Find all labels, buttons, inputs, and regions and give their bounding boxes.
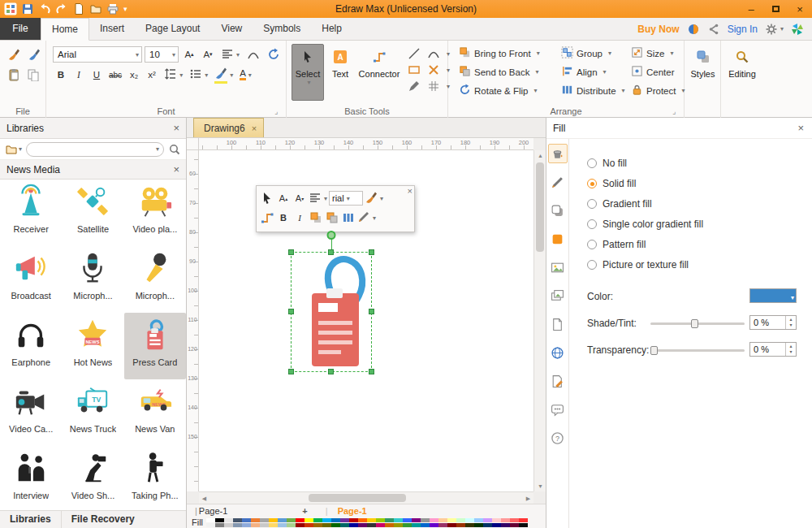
library-item-video-pla-[interactable]: Video pla... xyxy=(124,180,186,246)
minimize-button[interactable]: – xyxy=(739,0,763,18)
mini-distribute-icon[interactable] xyxy=(341,210,356,226)
rotate-flip-button[interactable]: Rotate & Flip▾ xyxy=(455,82,554,99)
pinwheel-icon[interactable] xyxy=(791,23,804,36)
delete-tool-icon[interactable] xyxy=(425,63,443,77)
radio-icon[interactable] xyxy=(587,260,597,270)
italic-button[interactable]: I xyxy=(71,67,87,83)
radio-icon[interactable] xyxy=(587,158,597,168)
library-item-hot-news[interactable]: NEWSHot News xyxy=(62,313,123,379)
tab-libraries[interactable]: Libraries xyxy=(0,511,62,528)
close-icon[interactable]: × xyxy=(252,123,257,133)
resize-handle-s[interactable] xyxy=(328,369,334,374)
palette-swatch[interactable] xyxy=(421,518,430,522)
gear-dropdown-icon[interactable]: ▾ xyxy=(780,25,784,32)
paste-icon[interactable] xyxy=(5,67,23,83)
font-size-combo[interactable]: 10▾ xyxy=(145,46,179,63)
resize-handle-ne[interactable] xyxy=(369,249,374,255)
vertical-scroll-thumb[interactable] xyxy=(536,162,544,252)
size-button[interactable]: Size▾ xyxy=(627,45,682,62)
text-arc-icon[interactable] xyxy=(244,46,262,63)
radio-icon[interactable] xyxy=(587,240,597,249)
distribute-button[interactable]: Distribute▾ xyxy=(557,82,627,99)
comment-panel-icon[interactable] xyxy=(548,400,568,419)
palette-swatch[interactable] xyxy=(269,523,278,527)
transparency-slider-thumb[interactable] xyxy=(650,346,658,355)
mini-bring-front-icon[interactable] xyxy=(309,210,323,226)
line-style-panel-icon[interactable] xyxy=(548,172,568,192)
select-tool-button[interactable]: Select ▾ xyxy=(292,44,324,101)
buy-now-link[interactable]: Buy Now xyxy=(637,24,679,35)
palette-swatch[interactable] xyxy=(322,523,331,527)
transparency-spinner[interactable]: 0 % ▴▾ xyxy=(749,342,797,357)
palette-swatch[interactable] xyxy=(483,518,492,522)
palette-swatch[interactable] xyxy=(492,518,501,522)
radio-icon[interactable] xyxy=(587,219,597,229)
mini-send-back-icon[interactable] xyxy=(325,210,339,226)
superscript-button[interactable]: x² xyxy=(144,67,160,83)
palette-swatch[interactable] xyxy=(519,523,528,527)
palette-swatch[interactable] xyxy=(447,523,456,527)
scroll-left-icon[interactable]: ◀ xyxy=(199,492,209,504)
library-item-microph-[interactable]: Microph... xyxy=(124,246,186,313)
close-icon[interactable]: × xyxy=(797,122,804,134)
add-page-button[interactable]: + xyxy=(302,506,307,516)
mini-italic-button[interactable]: I xyxy=(292,210,307,226)
palette-swatch[interactable] xyxy=(313,518,322,522)
active-page-tab[interactable]: Page-1 xyxy=(338,506,367,516)
library-item-news-truck[interactable]: TVNews Truck xyxy=(62,379,123,446)
palette-swatch[interactable] xyxy=(242,518,251,522)
library-item-microph-[interactable]: Microph... xyxy=(62,246,123,313)
palette-swatch[interactable] xyxy=(296,518,304,522)
font-color-button[interactable]: A▾ xyxy=(237,67,254,83)
new-document-icon[interactable] xyxy=(72,2,85,15)
shade-spinner[interactable]: 0 % ▴▾ xyxy=(749,315,797,330)
search-input[interactable]: ▾ xyxy=(26,142,164,157)
palette-swatch[interactable] xyxy=(224,518,233,522)
resize-handle-w[interactable] xyxy=(288,309,294,314)
palette-swatch[interactable] xyxy=(260,518,269,522)
library-item-interview[interactable]: Interview xyxy=(0,446,62,510)
line-tool-icon[interactable] xyxy=(405,46,423,61)
text-tool-button[interactable]: A Text xyxy=(326,44,355,101)
shade-slider-thumb[interactable] xyxy=(691,319,698,328)
mini-connector-icon[interactable] xyxy=(260,210,274,226)
palette-swatch[interactable] xyxy=(358,523,367,527)
mini-format-painter[interactable]: ▾ xyxy=(365,190,383,206)
palette-swatch[interactable] xyxy=(501,523,510,527)
palette-swatch[interactable] xyxy=(376,518,385,522)
mini-bold-button[interactable]: B xyxy=(276,210,291,226)
print-icon[interactable] xyxy=(106,2,119,15)
qat-dropdown-icon[interactable]: ▾ xyxy=(123,5,127,13)
fill-option-single-color-gradient-fill[interactable]: Single color gradient fill xyxy=(587,218,703,231)
mini-align-button[interactable]: ▾ xyxy=(309,190,327,206)
gear-icon[interactable] xyxy=(765,23,778,36)
palette-swatch[interactable] xyxy=(287,518,296,522)
menu-tab-symbols[interactable]: Symbols xyxy=(253,18,311,40)
menu-tab-view[interactable]: View xyxy=(210,18,253,40)
palette-swatch[interactable] xyxy=(376,523,385,527)
palette-swatch[interactable] xyxy=(278,523,287,527)
palette-swatch[interactable] xyxy=(394,523,403,527)
quick-color-panel-icon[interactable] xyxy=(548,229,568,249)
palette-swatch[interactable] xyxy=(206,518,215,522)
open-icon[interactable] xyxy=(89,2,102,15)
pen-tool-icon[interactable] xyxy=(405,79,423,93)
editing-button[interactable]: Editing xyxy=(724,44,760,101)
tab-file-recovery[interactable]: File Recovery xyxy=(62,511,145,528)
sign-in-link[interactable]: Sign In xyxy=(728,24,758,35)
press-card-shape[interactable] xyxy=(292,253,373,373)
palette-swatch[interactable] xyxy=(510,523,519,527)
library-item-broadcast[interactable]: Broadcast xyxy=(0,246,62,313)
palette-swatch[interactable] xyxy=(331,523,340,527)
palette-swatch[interactable] xyxy=(474,518,483,522)
menu-tab-insert[interactable]: Insert xyxy=(89,18,135,40)
picture-panel-icon[interactable] xyxy=(548,258,568,277)
palette-swatch[interactable] xyxy=(251,518,260,522)
highlight-color-button[interactable]: ▾ xyxy=(212,67,235,83)
fill-option-gradient-fill[interactable]: Gradient fill xyxy=(587,197,652,210)
mini-increase-font[interactable]: A▴ xyxy=(276,190,291,206)
library-item-satellite[interactable]: Satellite xyxy=(62,180,123,246)
palette-swatch[interactable] xyxy=(206,523,215,527)
subscript-button[interactable]: x₂ xyxy=(126,67,142,83)
palette-swatch[interactable] xyxy=(278,518,287,522)
